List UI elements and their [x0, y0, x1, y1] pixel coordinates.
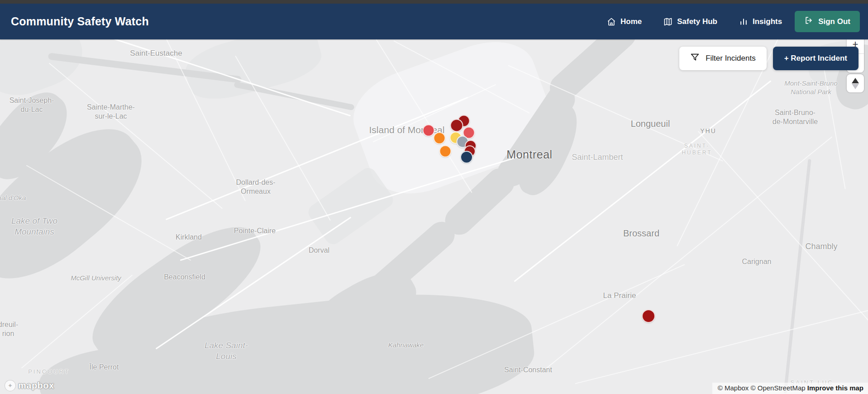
nav-label: Insights [753, 17, 782, 26]
nav-item-home[interactable]: Home [607, 17, 642, 26]
bar-chart-icon [739, 17, 748, 26]
nav-label: Home [620, 17, 642, 26]
window-chrome-strip [0, 0, 868, 4]
mapbox-logo[interactable]: ✦ mapbox [5, 380, 54, 391]
attribution-text: © Mapbox © OpenStreetMap [718, 384, 807, 392]
sign-out-icon [804, 16, 813, 27]
filter-funnel-icon [690, 53, 700, 64]
nav-label: Safety Hub [677, 17, 717, 26]
map-icon [663, 17, 672, 26]
incident-marker[interactable] [460, 151, 473, 163]
home-icon [607, 17, 616, 26]
filter-incidents-button[interactable]: Filter Incidents [679, 47, 767, 70]
incident-marker[interactable] [423, 125, 435, 137]
main-nav: Home Safety Hub Insights [607, 17, 782, 26]
map-compass-control [847, 74, 864, 92]
compass-north-needle [852, 78, 859, 83]
filter-label: Filter Incidents [706, 54, 756, 63]
app-title: Community Safety Watch [11, 15, 149, 28]
incident-marker[interactable] [642, 309, 655, 323]
sign-out-button[interactable]: Sign Out [795, 11, 860, 32]
incident-marker[interactable] [450, 119, 463, 132]
map-attribution: © Mapbox © OpenStreetMap Improve this ma… [712, 383, 868, 394]
app-header: Community Safety Watch Home Safety Hub I… [0, 4, 868, 39]
mapbox-wordmark: mapbox [18, 380, 54, 391]
report-incident-button[interactable]: + Report Incident [773, 47, 858, 70]
compass-icon[interactable] [847, 74, 864, 92]
incident-marker[interactable] [439, 145, 452, 158]
compass-south-needle [852, 84, 859, 89]
app-window: Saint-EustacheSaint-Joseph- du-LacSainte… [0, 0, 868, 394]
mapbox-pin-icon: ✦ [5, 380, 16, 391]
map-toolbar: Filter Incidents + Report Incident [679, 47, 858, 70]
incident-marker[interactable] [434, 132, 446, 144]
improve-map-link[interactable]: Improve this map [807, 384, 863, 392]
nav-item-insights[interactable]: Insights [739, 17, 782, 26]
nav-item-safety-hub[interactable]: Safety Hub [663, 17, 717, 26]
sign-out-label: Sign Out [818, 17, 850, 26]
